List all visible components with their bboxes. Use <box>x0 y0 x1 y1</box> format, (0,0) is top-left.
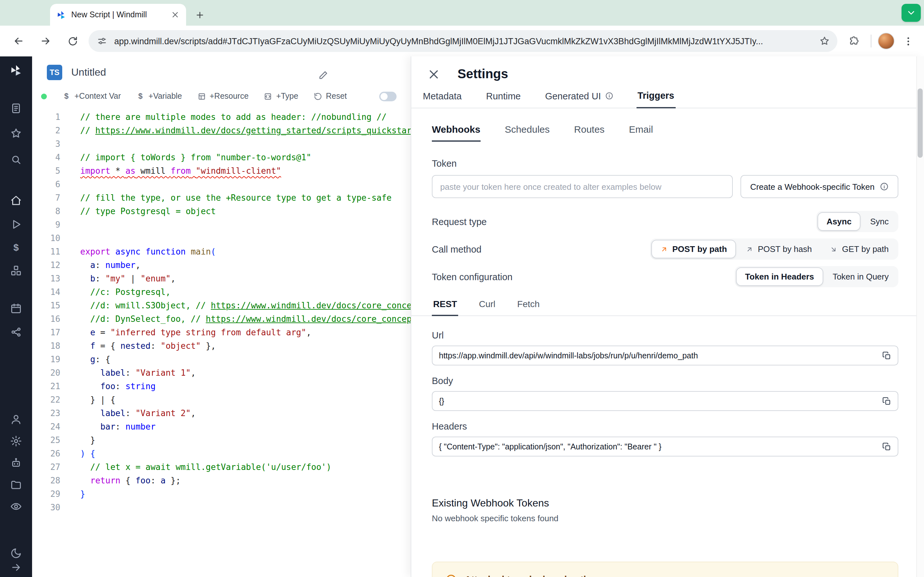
drawer-scrollbar-thumb[interactable] <box>918 89 923 158</box>
get-by-path-option[interactable]: GET by path <box>822 240 897 258</box>
status-dot <box>41 93 47 99</box>
profile-avatar[interactable] <box>878 33 895 49</box>
tab-runtime[interactable]: Runtime <box>485 90 522 108</box>
bookmark-star-icon[interactable] <box>816 32 834 50</box>
sidebar-settings-icon[interactable] <box>10 435 22 447</box>
dollar-icon: $ <box>136 92 145 100</box>
tab-curl[interactable]: Curl <box>478 299 497 316</box>
copy-icon[interactable] <box>882 351 891 360</box>
dark-mode-icon[interactable] <box>10 548 22 559</box>
tab-close-icon[interactable] <box>171 10 180 19</box>
line-number: 24 <box>32 420 60 434</box>
token-label: Token <box>432 158 898 169</box>
line-number: 20 <box>32 366 60 380</box>
line-number: 29 <box>32 487 60 501</box>
site-info-icon[interactable] <box>96 35 108 47</box>
sidebar-runs-icon[interactable] <box>10 103 22 114</box>
line-number: 9 <box>32 218 60 231</box>
line-number: 6 <box>32 177 60 191</box>
create-webhook-token-button[interactable]: Create a Webhook-specific Token <box>740 175 898 198</box>
sidebar-favorites-icon[interactable] <box>10 127 22 139</box>
sidebar-home-icon[interactable] <box>10 195 22 206</box>
close-icon[interactable] <box>427 67 441 81</box>
url-text[interactable]: app.windmill.dev/scripts/add#JTdCJTIyaGF… <box>114 36 809 46</box>
subtab-webhooks[interactable]: Webhooks <box>432 124 480 142</box>
edit-title-icon[interactable] <box>318 71 328 80</box>
browser-menu-icon[interactable] <box>900 30 916 52</box>
tab-metadata[interactable]: Metadata <box>422 90 463 108</box>
line-number: 2 <box>32 124 60 137</box>
headers-value: { "Content-Type": "application/json", "A… <box>439 442 662 451</box>
token-row: Create a Webhook-specific Token <box>432 175 898 198</box>
script-title[interactable]: Untitled <box>71 67 106 78</box>
add-context-var-button[interactable]: $ +Context Var <box>62 92 121 101</box>
tab-fetch[interactable]: Fetch <box>516 299 541 316</box>
post-by-path-option[interactable]: POST by path <box>651 240 736 258</box>
body-field[interactable]: {} <box>432 391 898 411</box>
async-option[interactable]: Async <box>817 212 861 231</box>
line-number: 15 <box>32 299 60 312</box>
typescript-badge: TS <box>47 65 62 80</box>
reset-button[interactable]: Reset <box>314 92 347 101</box>
add-type-button[interactable]: +Type <box>264 92 298 101</box>
line-number: 16 <box>32 312 60 326</box>
sidebar-search-icon[interactable] <box>10 154 22 165</box>
token-configuration-label: Token configuration <box>432 271 513 282</box>
sidebar-variables-icon[interactable]: $ <box>10 242 22 253</box>
new-tab-button[interactable] <box>191 6 208 23</box>
token-input[interactable] <box>432 175 733 198</box>
headers-field[interactable]: { "Content-Type": "application/json", "A… <box>432 437 898 456</box>
subtab-routes[interactable]: Routes <box>574 124 604 142</box>
assistant-toggle[interactable] <box>379 91 396 101</box>
copy-icon[interactable] <box>882 396 891 406</box>
token-in-headers-option[interactable]: Token in Headers <box>736 268 823 286</box>
url-field[interactable]: https://app.windmill.dev/api/w/windmill-… <box>432 346 898 366</box>
tab-triggers[interactable]: Triggers <box>636 90 675 108</box>
sidebar-folders-icon[interactable] <box>10 479 22 490</box>
post-by-hash-option[interactable]: POST by hash <box>737 240 821 258</box>
tab-generated-ui[interactable]: Generated UI <box>544 90 614 108</box>
tab-title: New Script | Windmill <box>71 10 166 19</box>
sync-option[interactable]: Sync <box>862 213 897 230</box>
extensions-icon[interactable] <box>843 30 864 52</box>
dollar-icon: $ <box>62 92 71 100</box>
browser-update-button[interactable] <box>901 4 921 22</box>
sidebar-audit-logs-icon[interactable] <box>10 501 22 512</box>
line-number: 23 <box>32 406 60 420</box>
url-label: Url <box>432 330 898 340</box>
token-in-query-option[interactable]: Token in Query <box>824 268 897 285</box>
arrow-up-right-icon <box>746 245 753 253</box>
sidebar-runs-play-icon[interactable] <box>10 219 22 230</box>
line-number: 26 <box>32 447 60 460</box>
warning-title: Attached to a deployed path <box>465 574 589 577</box>
sidebar-workflows-icon[interactable] <box>10 326 22 338</box>
subtab-email[interactable]: Email <box>629 124 653 142</box>
line-number: 3 <box>32 137 60 151</box>
tab-rest[interactable]: REST <box>432 299 459 316</box>
line-number: 19 <box>32 353 60 366</box>
sidebar-workers-icon[interactable] <box>10 457 22 469</box>
back-button[interactable] <box>8 30 29 52</box>
line-number: 11 <box>32 245 60 258</box>
trigger-subtabs: Webhooks Schedules Routes Email <box>432 124 898 142</box>
url-bar[interactable]: app.windmill.dev/scripts/add#JTdCJTIyaGF… <box>89 30 837 52</box>
collapse-sidebar-icon[interactable] <box>10 562 22 573</box>
subtab-schedules[interactable]: Schedules <box>505 124 549 142</box>
windmill-logo-icon[interactable] <box>10 64 23 77</box>
line-number: 12 <box>32 258 60 272</box>
sidebar-schedules-icon[interactable] <box>10 303 22 314</box>
add-resource-button[interactable]: +Resource <box>197 92 249 101</box>
copy-icon[interactable] <box>882 442 891 451</box>
reload-button[interactable] <box>61 30 83 52</box>
sidebar-resources-icon[interactable] <box>10 265 22 276</box>
existing-tokens-empty: No webhook specific tokens found <box>432 514 898 523</box>
body-value: {} <box>439 396 444 406</box>
call-method-row: Call method POST by path POST by hash <box>432 239 898 259</box>
line-number: 17 <box>32 326 60 339</box>
line-number: 4 <box>32 151 60 164</box>
forward-button[interactable] <box>35 30 57 52</box>
browser-tab[interactable]: New Script | Windmill <box>50 4 186 26</box>
url-value: https://app.windmill.dev/api/w/windmill-… <box>439 351 698 360</box>
add-variable-button[interactable]: $ +Variable <box>136 92 182 101</box>
sidebar-users-icon[interactable] <box>10 414 22 425</box>
